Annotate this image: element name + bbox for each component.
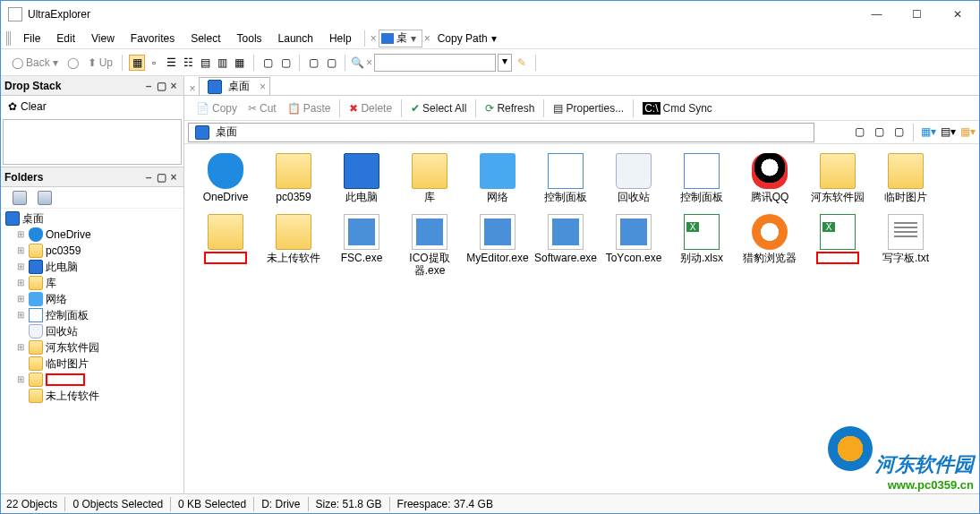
view-thumbs[interactable]: ▥ xyxy=(214,55,230,71)
file-item[interactable]: 此电脑 xyxy=(328,151,396,205)
loc-btn-1[interactable]: ▢ xyxy=(851,124,867,140)
expand-icon[interactable]: ⊞ xyxy=(15,342,26,353)
file-item[interactable]: OneDrive xyxy=(192,151,260,205)
properties-button[interactable]: ▤Properties... xyxy=(549,99,628,117)
close-button[interactable]: ✕ xyxy=(937,2,977,27)
folder-tree[interactable]: 桌面 ⊞OneDrive⊞pc0359⊞此电脑⊞库⊞网络⊞控制面板回收站⊞河东软… xyxy=(1,209,183,493)
minimize-button[interactable]: — xyxy=(856,2,897,27)
refresh-button[interactable]: ⟳Refresh xyxy=(481,99,539,117)
tab-desktop[interactable]: 桌面 × xyxy=(199,77,270,95)
menu-select[interactable]: Select xyxy=(183,30,227,47)
file-item[interactable]: 别动.xlsx xyxy=(668,212,736,278)
tree-item[interactable]: ⊞此电脑 xyxy=(1,259,183,275)
copy-path-button[interactable]: Copy Path ▾ xyxy=(432,30,502,47)
view-small-icons[interactable]: ▫ xyxy=(146,55,162,71)
cut-button[interactable]: ✂Cut xyxy=(243,99,281,117)
file-item[interactable]: 腾讯QQ xyxy=(736,151,804,205)
file-item[interactable]: pc0359 xyxy=(260,151,328,205)
back-button[interactable]: ◯ Back ▾ xyxy=(8,54,62,72)
tree-item[interactable]: 临时图片 xyxy=(1,356,183,372)
file-item[interactable]: 控制面板 xyxy=(532,151,600,205)
clear-button[interactable]: Clear xyxy=(21,100,47,113)
search-input[interactable] xyxy=(374,54,496,72)
file-item[interactable]: MyEditor.exe xyxy=(464,212,532,278)
file-item[interactable]: 库 xyxy=(396,151,464,205)
menu-file[interactable]: File xyxy=(16,30,47,47)
file-item[interactable]: 控制面板 xyxy=(668,151,736,205)
tree-item[interactable]: 回收站 xyxy=(1,323,183,339)
minimize-icon[interactable]: – xyxy=(142,171,155,184)
drive-icon[interactable] xyxy=(38,191,52,205)
file-item[interactable]: 回收站 xyxy=(600,151,668,205)
close-icon[interactable]: × xyxy=(167,80,180,92)
close-x[interactable]: × xyxy=(424,32,430,45)
close-tab-x[interactable]: × xyxy=(371,32,377,45)
expand-icon[interactable]: ⊞ xyxy=(15,278,26,288)
pane-btn-3[interactable]: ▢ xyxy=(305,55,321,71)
menu-tools[interactable]: Tools xyxy=(230,30,269,47)
expand-icon[interactable]: ⊞ xyxy=(15,310,26,321)
cmd-sync-button[interactable]: C:\Cmd Sync xyxy=(638,99,717,117)
menu-view[interactable]: View xyxy=(84,30,122,47)
tree-item[interactable]: ⊞pc0359 xyxy=(1,243,183,259)
pane-btn-2[interactable]: ▢ xyxy=(277,55,294,71)
file-item[interactable]: ToYcon.exe xyxy=(600,212,668,278)
close-icon[interactable]: × xyxy=(167,171,180,184)
file-item[interactable]: 临时图片 xyxy=(872,151,940,205)
loc-btn-6[interactable]: ▦▾ xyxy=(959,124,976,140)
menu-edit[interactable]: Edit xyxy=(49,30,82,47)
drop-stack-area[interactable] xyxy=(3,119,182,165)
view-tiles[interactable]: ▤ xyxy=(197,55,213,71)
path-selector[interactable]: 桌 ▾ xyxy=(379,30,422,47)
delete-button[interactable]: ✖Delete xyxy=(345,99,396,117)
tree-item[interactable]: ⊞库 xyxy=(1,275,183,291)
close-tab-icon[interactable]: × xyxy=(260,81,266,93)
expand-icon[interactable]: ⊞ xyxy=(15,294,26,304)
expand-icon[interactable]: ⊞ xyxy=(15,261,26,272)
close-search-x[interactable]: × xyxy=(366,56,372,69)
forward-button[interactable]: ◯ xyxy=(64,54,82,72)
tree-item[interactable]: ⊞控制面板 xyxy=(1,307,183,323)
view-details[interactable]: ☷ xyxy=(180,55,196,71)
location-input[interactable]: 桌面 xyxy=(188,123,814,142)
file-item[interactable]: 写字板.txt xyxy=(872,212,940,278)
loc-btn-2[interactable]: ▢ xyxy=(871,124,887,140)
menu-help[interactable]: Help xyxy=(322,30,359,47)
tree-item[interactable]: ⊞ xyxy=(1,372,183,388)
restore-icon[interactable]: ▢ xyxy=(155,80,167,92)
drive-icon[interactable] xyxy=(13,191,27,205)
select-all-button[interactable]: ✔Select All xyxy=(406,99,471,117)
view-large-icons[interactable]: ▦ xyxy=(129,55,145,71)
file-listing[interactable]: OneDrivepc0359此电脑库网络控制面板回收站控制面板腾讯QQ河东软件园… xyxy=(184,144,979,493)
file-item[interactable] xyxy=(192,212,260,278)
chevron-down-icon[interactable]: ▾ xyxy=(498,54,512,72)
restore-icon[interactable]: ▢ xyxy=(155,171,167,184)
file-item[interactable]: ICO提取器.exe xyxy=(396,212,464,278)
file-item[interactable] xyxy=(804,212,872,278)
file-item[interactable]: Software.exe xyxy=(532,212,600,278)
file-item[interactable]: 网络 xyxy=(464,151,532,205)
copy-button[interactable]: 📄Copy xyxy=(192,99,242,117)
file-item[interactable]: 猎豹浏览器 xyxy=(736,212,804,278)
close-all-tabs[interactable]: × xyxy=(186,82,199,95)
menu-launch[interactable]: Launch xyxy=(271,30,320,47)
tree-item[interactable]: ⊞网络 xyxy=(1,291,183,307)
file-item[interactable]: 河东软件园 xyxy=(804,151,872,205)
tree-item[interactable]: ⊞河东软件园 xyxy=(1,339,183,356)
view-mode7[interactable]: ▦ xyxy=(231,55,247,71)
expand-icon[interactable]: ⊞ xyxy=(15,374,26,385)
tree-root[interactable]: 桌面 xyxy=(1,210,183,227)
up-button[interactable]: ⬆ Up xyxy=(84,54,116,72)
pane-btn-4[interactable]: ▢ xyxy=(323,55,339,71)
file-item[interactable]: 未上传软件 xyxy=(260,212,328,278)
minimize-icon[interactable]: – xyxy=(142,80,155,92)
tree-item[interactable]: ⊞OneDrive xyxy=(1,227,183,243)
loc-btn-3[interactable]: ▢ xyxy=(891,124,907,140)
edit-icon[interactable]: ✎ xyxy=(514,55,530,71)
pane-btn-1[interactable]: ▢ xyxy=(260,55,276,71)
file-item[interactable]: FSC.exe xyxy=(328,212,396,278)
expand-icon[interactable]: ⊞ xyxy=(15,245,26,256)
view-list[interactable]: ☰ xyxy=(163,55,179,71)
maximize-button[interactable]: ☐ xyxy=(897,2,937,27)
loc-btn-4[interactable]: ▦▾ xyxy=(920,124,936,140)
